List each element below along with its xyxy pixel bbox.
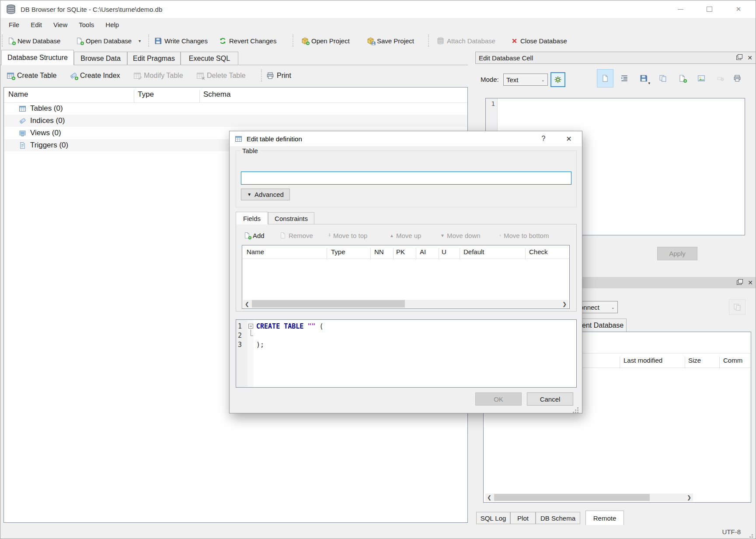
open-database-dropdown-icon[interactable]: ▾ (139, 38, 141, 43)
add-field-button[interactable]: Add (244, 229, 265, 242)
scrollbar-thumb[interactable] (494, 494, 650, 501)
edit-cell-panel-header: Edit Database Cell ✕ (475, 52, 756, 64)
tree-column-schema[interactable]: Schema (203, 90, 230, 99)
column-divider[interactable] (393, 248, 394, 259)
column-divider[interactable] (719, 357, 720, 369)
column-divider[interactable] (439, 248, 439, 259)
tab-db-schema[interactable]: DB Schema (536, 512, 580, 524)
col-name[interactable]: Name (247, 248, 264, 256)
save-project-button[interactable]: Save Project (367, 31, 414, 50)
modify-table-icon (133, 72, 141, 80)
tree-column-type[interactable]: Type (138, 90, 154, 99)
advanced-toggle-button[interactable]: ▼ Advanced (241, 189, 290, 200)
write-changes-button[interactable]: Write Changes (154, 31, 208, 50)
resize-grip[interactable] (752, 534, 753, 536)
import-data-button[interactable]: ▾ (635, 69, 652, 88)
word-wrap-button[interactable] (616, 69, 633, 88)
dialog-help-button[interactable]: ? (534, 131, 553, 146)
export-data-button[interactable] (655, 69, 671, 88)
fields-table-hscrollbar[interactable]: ❮ ❯ (243, 300, 568, 308)
menu-tools[interactable]: Tools (73, 19, 100, 31)
close-database-button[interactable]: Close Database (511, 31, 567, 50)
col-check[interactable]: Check (529, 248, 548, 256)
menu-file[interactable]: File (3, 19, 25, 31)
scroll-right-icon[interactable]: ❯ (685, 494, 693, 500)
dialog-close-button[interactable]: ✕ (559, 131, 578, 146)
dialog-resize-grip[interactable] (577, 407, 578, 409)
scrollbar-thumb[interactable] (252, 300, 405, 308)
text-mode-button[interactable] (597, 69, 613, 88)
tab-remote[interactable]: Remote (585, 511, 624, 525)
column-divider[interactable] (620, 357, 620, 369)
tree-row-indices[interactable]: Indices (0) (4, 115, 467, 127)
menu-view[interactable]: View (48, 19, 73, 31)
menu-edit[interactable]: Edit (25, 19, 48, 31)
revert-changes-icon (219, 37, 226, 45)
tab-plot[interactable]: Plot (510, 512, 536, 524)
move-down-icon: ▼ (440, 233, 445, 238)
tab-execute-sql[interactable]: Execute SQL (181, 52, 238, 65)
tab-fields[interactable]: Fields (236, 212, 268, 224)
column-divider[interactable] (199, 90, 200, 102)
column-divider[interactable] (685, 357, 685, 369)
col-pk[interactable]: PK (396, 248, 405, 256)
scroll-right-icon[interactable]: ❯ (561, 301, 568, 307)
maximize-button[interactable] (700, 3, 718, 15)
column-divider[interactable] (525, 248, 526, 259)
cancel-button[interactable]: Cancel (527, 392, 573, 406)
col-nn[interactable]: NN (374, 248, 384, 256)
minimize-button[interactable] (672, 3, 689, 15)
column-divider[interactable] (327, 248, 327, 259)
tree-row-tables[interactable]: Tables (0) (4, 102, 467, 115)
column-divider[interactable] (416, 248, 416, 259)
table-name-input[interactable] (241, 172, 571, 185)
create-index-button[interactable]: Create Index (70, 66, 120, 85)
chevron-down-icon: ⌄ (611, 305, 615, 310)
encoding-indicator[interactable]: UTF-8 (722, 528, 741, 536)
toolbar-separator (293, 35, 295, 47)
scroll-left-icon[interactable]: ❮ (243, 301, 251, 307)
column-last-modified[interactable]: Last modified (624, 357, 662, 364)
print-button[interactable]: Print (266, 66, 291, 85)
tab-sql-log[interactable]: SQL Log (476, 512, 510, 524)
close-panel-icon[interactable]: ✕ (747, 54, 753, 61)
col-ai[interactable]: AI (420, 248, 426, 256)
col-type[interactable]: Type (331, 248, 345, 256)
float-panel-icon[interactable] (736, 56, 741, 60)
fold-collapse-icon[interactable] (248, 324, 253, 329)
revert-changes-button[interactable]: Revert Changes (219, 31, 276, 50)
tab-edit-pragmas[interactable]: Edit Pragmas (127, 52, 181, 65)
open-in-app-button[interactable] (693, 69, 710, 88)
open-project-button[interactable]: Open Project (301, 31, 350, 50)
print-cell-button[interactable] (729, 69, 746, 88)
remote-table-hscrollbar[interactable]: ❮ ❯ (485, 494, 693, 501)
auto-apply-button[interactable] (550, 72, 565, 87)
column-divider[interactable] (460, 248, 460, 259)
mode-select[interactable]: Text ⌄ (503, 74, 548, 86)
menu-help[interactable]: Help (100, 19, 125, 31)
toolbar-grip (2, 35, 4, 47)
save-as-button[interactable] (674, 69, 690, 88)
tab-constraints[interactable]: Constraints (268, 212, 314, 224)
connect-select[interactable]: onnect ⌄ (577, 301, 618, 313)
tab-current-database[interactable]: rent Database (577, 318, 627, 332)
create-table-button[interactable]: Create Table (7, 66, 56, 85)
scroll-left-icon[interactable]: ❮ (485, 494, 493, 500)
tab-browse-data[interactable]: Browse Data (74, 52, 127, 65)
col-default[interactable]: Default (463, 248, 484, 256)
close-button[interactable]: ✕ (730, 3, 747, 15)
col-u[interactable]: U (442, 248, 446, 256)
close-panel-icon[interactable]: ✕ (748, 279, 753, 286)
toolbar-separator (428, 35, 430, 47)
tab-database-structure[interactable]: Database Structure (1, 50, 74, 65)
mode-label: Mode: (481, 76, 499, 83)
open-database-button[interactable]: Open Database ▾ (76, 31, 141, 50)
column-commit[interactable]: Comm (723, 357, 742, 364)
column-divider[interactable] (370, 248, 371, 259)
float-panel-icon[interactable] (737, 280, 742, 285)
tree-column-name[interactable]: Name (8, 90, 28, 99)
new-database-button[interactable]: New Database (7, 31, 60, 50)
dialog-title-bar[interactable]: Edit table definition (230, 131, 582, 146)
column-divider[interactable] (134, 90, 134, 102)
column-size[interactable]: Size (688, 357, 701, 364)
